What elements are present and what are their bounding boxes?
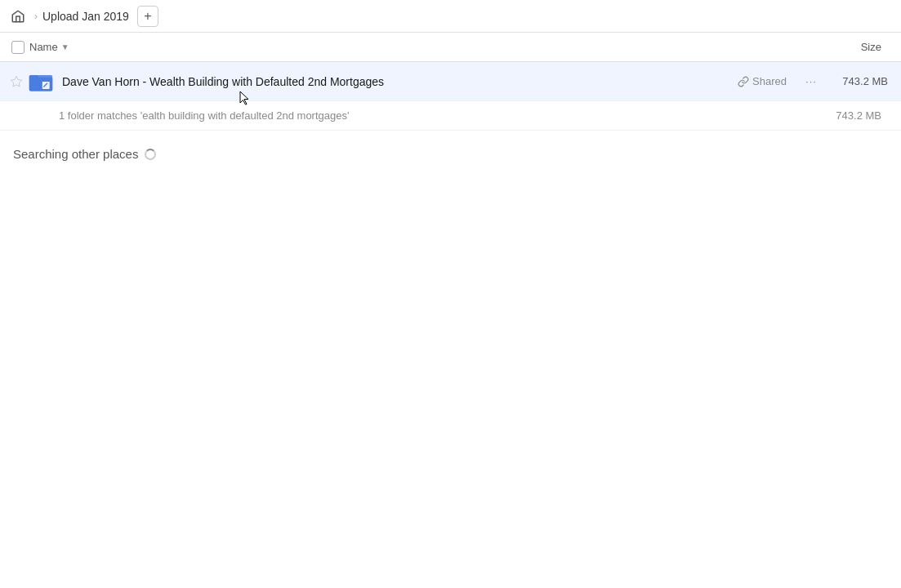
select-all-checkbox[interactable] <box>7 41 29 54</box>
folder-icon-wrap <box>26 67 56 96</box>
shared-badge[interactable]: Shared <box>738 75 787 87</box>
more-icon: ··· <box>805 75 817 87</box>
col-name-header[interactable]: Name ▼ <box>29 41 813 53</box>
link-icon <box>738 76 749 87</box>
searching-section: Searching other places <box>0 131 901 161</box>
breadcrumb-chevron: › <box>33 11 39 22</box>
star-icon <box>10 75 23 88</box>
add-button[interactable]: + <box>137 6 158 27</box>
searching-label: Searching other places <box>13 147 888 161</box>
file-size: 743.2 MB <box>829 75 894 87</box>
home-icon <box>11 9 25 24</box>
match-size: 743.2 MB <box>823 109 888 122</box>
match-row: 1 folder matches 'ealth building with de… <box>0 101 901 131</box>
shared-label: Shared <box>752 75 787 87</box>
sort-arrow-icon: ▼ <box>61 42 69 51</box>
header: › Upload Jan 2019 + <box>0 0 901 33</box>
svg-marker-0 <box>11 76 21 87</box>
column-header-row: Name ▼ Size <box>0 33 901 62</box>
more-options-button[interactable]: ··· <box>800 70 823 93</box>
searching-text: Searching other places <box>13 147 138 161</box>
folder-shared-icon <box>28 69 54 95</box>
col-name-label: Name <box>29 41 58 53</box>
checkbox-select-all[interactable] <box>11 41 25 54</box>
col-size-header: Size <box>813 41 894 53</box>
star-button[interactable] <box>7 75 26 88</box>
file-name: Dave Van Horn - Wealth Building with Def… <box>62 75 738 88</box>
breadcrumb-title: Upload Jan 2019 <box>42 10 129 23</box>
file-row[interactable]: Dave Van Horn - Wealth Building with Def… <box>0 62 901 101</box>
home-button[interactable] <box>7 5 29 28</box>
match-text: 1 folder matches 'ealth building with de… <box>59 109 823 122</box>
loading-spinner <box>145 149 156 160</box>
